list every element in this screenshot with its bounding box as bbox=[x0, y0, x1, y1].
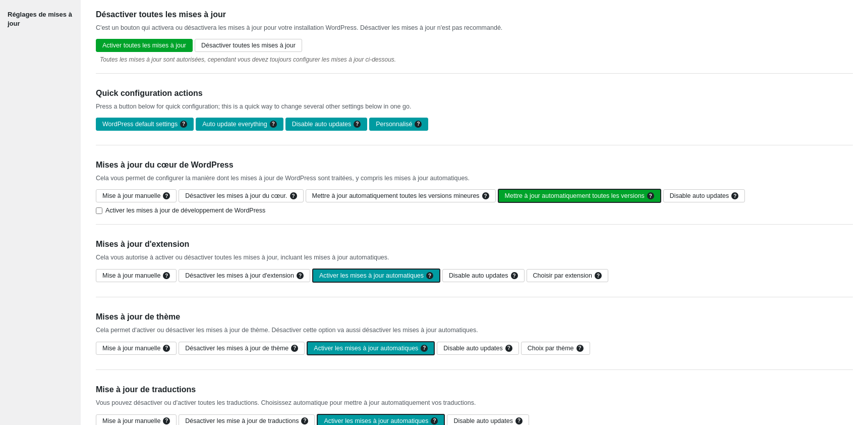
btn-label-translation-updates-0: Mise à jour manuelle bbox=[102, 417, 160, 424]
section-desc-disable-all: C'est un bouton qui activera ou désactiv… bbox=[96, 23, 853, 33]
btn-theme-updates-3[interactable]: Disable auto updates? bbox=[437, 342, 518, 355]
btn-disable-all-1[interactable]: Désactiver toutes les mises à jour bbox=[195, 39, 302, 52]
btn-label-theme-updates-3: Disable auto updates bbox=[443, 345, 502, 352]
btn-core-updates-4[interactable]: Disable auto updates? bbox=[663, 189, 745, 202]
btn-label-extension-updates-4: Choisir par extension bbox=[533, 272, 592, 279]
btn-translation-updates-1[interactable]: Désactiver les mise à jour de traduction… bbox=[179, 414, 315, 426]
info-icon-quick-config-1[interactable]: ? bbox=[270, 121, 277, 128]
checkbox-row-core-updates: Activer les mises à jour de développemen… bbox=[96, 207, 853, 214]
info-icon-core-updates-3[interactable]: ? bbox=[647, 192, 654, 199]
info-icon-core-updates-4[interactable]: ? bbox=[731, 192, 738, 199]
btn-label-disable-all-0: Activer toutes les mises à jour bbox=[102, 42, 186, 49]
btn-label-disable-all-1: Désactiver toutes les mises à jour bbox=[201, 42, 296, 49]
btn-label-core-updates-0: Mise à jour manuelle bbox=[102, 192, 160, 199]
info-icon-extension-updates-3[interactable]: ? bbox=[511, 272, 518, 279]
info-icon-extension-updates-1[interactable]: ? bbox=[297, 272, 304, 279]
btn-label-core-updates-1: Désactiver les mises à jour du cœur. bbox=[185, 192, 287, 199]
section-title-disable-all: Désactiver toutes les mises à jour bbox=[96, 10, 853, 19]
btn-label-quick-config-0: WordPress default settings bbox=[102, 121, 178, 128]
section-extension-updates: Mises à jour d'extensionCela vous autori… bbox=[96, 240, 853, 297]
info-icon-theme-updates-0[interactable]: ? bbox=[163, 345, 170, 352]
btn-core-updates-2[interactable]: Mettre à jour automatiquement toutes les… bbox=[306, 189, 496, 202]
info-icon-extension-updates-4[interactable]: ? bbox=[595, 272, 602, 279]
btn-label-theme-updates-2: Activer les mises à jour automatiques bbox=[314, 345, 418, 352]
btn-label-theme-updates-4: Choix par thème bbox=[528, 345, 574, 352]
info-icon-quick-config-2[interactable]: ? bbox=[354, 121, 361, 128]
info-icon-core-updates-0[interactable]: ? bbox=[163, 192, 170, 199]
btn-theme-updates-2[interactable]: Activer les mises à jour automatiques? bbox=[307, 341, 435, 355]
info-icon-theme-updates-3[interactable]: ? bbox=[505, 345, 512, 352]
info-icon-core-updates-1[interactable]: ? bbox=[290, 192, 297, 199]
btn-translation-updates-0[interactable]: Mise à jour manuelle? bbox=[96, 414, 177, 426]
btn-quick-config-2[interactable]: Disable auto updates? bbox=[285, 118, 367, 131]
btn-extension-updates-2[interactable]: Activer les mises à jour automatiques? bbox=[312, 269, 440, 283]
btn-extension-updates-0[interactable]: Mise à jour manuelle? bbox=[96, 269, 177, 282]
btn-label-extension-updates-1: Désactiver les mises à jour d'extension bbox=[185, 272, 294, 279]
section-title-quick-config: Quick configuration actions bbox=[96, 89, 853, 98]
section-note-disable-all: Toutes les mises à jour sont autorisées,… bbox=[100, 56, 396, 63]
btn-group-theme-updates: Mise à jour manuelle?Désactiver les mise… bbox=[96, 341, 853, 355]
btn-quick-config-0[interactable]: WordPress default settings? bbox=[96, 118, 194, 131]
section-desc-theme-updates: Cela permet d'activer ou désactiver les … bbox=[96, 326, 853, 335]
btn-theme-updates-1[interactable]: Désactiver les mises à jour de thème? bbox=[179, 342, 305, 355]
btn-extension-updates-1[interactable]: Désactiver les mises à jour d'extension? bbox=[179, 269, 310, 282]
btn-label-translation-updates-3: Disable auto updates bbox=[453, 417, 512, 424]
btn-group-quick-config: WordPress default settings?Auto update e… bbox=[96, 118, 853, 131]
section-quick-config: Quick configuration actionsPress a butto… bbox=[96, 89, 853, 145]
section-title-core-updates: Mises à jour du cœur de WordPress bbox=[96, 161, 853, 170]
btn-label-theme-updates-1: Désactiver les mises à jour de thème bbox=[185, 345, 288, 352]
btn-label-extension-updates-3: Disable auto updates bbox=[449, 272, 508, 279]
btn-group-core-updates: Mise à jour manuelle?Désactiver les mise… bbox=[96, 189, 853, 203]
btn-core-updates-3[interactable]: Mettre à jour automatiquement toutes les… bbox=[498, 189, 661, 203]
btn-label-quick-config-3: Personnalisé bbox=[376, 121, 412, 128]
btn-translation-updates-2[interactable]: Activer les mises à jour automatiques? bbox=[317, 414, 445, 426]
btn-quick-config-3[interactable]: Personnalisé? bbox=[369, 118, 428, 131]
info-icon-translation-updates-1[interactable]: ? bbox=[301, 417, 308, 424]
btn-label-translation-updates-1: Désactiver les mise à jour de traduction… bbox=[185, 417, 299, 424]
info-icon-quick-config-3[interactable]: ? bbox=[415, 121, 422, 128]
btn-label-theme-updates-0: Mise à jour manuelle bbox=[102, 345, 160, 352]
btn-theme-updates-4[interactable]: Choix par thème? bbox=[521, 342, 590, 355]
btn-extension-updates-4[interactable]: Choisir par extension? bbox=[527, 269, 608, 282]
section-title-translation-updates: Mise à jour de traductions bbox=[96, 385, 853, 394]
btn-core-updates-1[interactable]: Désactiver les mises à jour du cœur.? bbox=[179, 189, 303, 202]
btn-label-quick-config-1: Auto update everything bbox=[202, 121, 267, 128]
btn-quick-config-1[interactable]: Auto update everything? bbox=[196, 118, 283, 131]
section-core-updates: Mises à jour du cœur de WordPressCela vo… bbox=[96, 161, 853, 225]
section-theme-updates: Mises à jour de thèmeCela permet d'activ… bbox=[96, 312, 853, 370]
btn-group-extension-updates: Mise à jour manuelle?Désactiver les mise… bbox=[96, 269, 853, 283]
info-icon-extension-updates-2[interactable]: ? bbox=[426, 272, 433, 279]
btn-translation-updates-3[interactable]: Disable auto updates? bbox=[447, 414, 529, 426]
info-icon-quick-config-0[interactable]: ? bbox=[180, 121, 187, 128]
section-desc-core-updates: Cela vous permet de configurer la manièr… bbox=[96, 174, 853, 183]
info-icon-extension-updates-0[interactable]: ? bbox=[163, 272, 170, 279]
btn-label-quick-config-2: Disable auto updates bbox=[292, 121, 351, 128]
section-translation-updates: Mise à jour de traductionsVous pouvez dé… bbox=[96, 385, 853, 425]
checkbox-core-updates[interactable] bbox=[96, 207, 102, 214]
info-icon-theme-updates-2[interactable]: ? bbox=[421, 345, 428, 352]
section-desc-translation-updates: Vous pouvez désactiver ou d'activer tout… bbox=[96, 398, 853, 408]
btn-group-translation-updates: Mise à jour manuelle?Désactiver les mise… bbox=[96, 414, 853, 426]
btn-core-updates-0[interactable]: Mise à jour manuelle? bbox=[96, 189, 177, 202]
section-title-extension-updates: Mises à jour d'extension bbox=[96, 240, 853, 249]
btn-label-core-updates-3: Mettre à jour automatiquement toutes les… bbox=[505, 192, 645, 199]
btn-disable-all-0[interactable]: Activer toutes les mises à jour bbox=[96, 39, 193, 52]
checkbox-label-core-updates[interactable]: Activer les mises à jour de développemen… bbox=[105, 207, 265, 214]
info-icon-translation-updates-2[interactable]: ? bbox=[431, 417, 438, 424]
sidebar: Réglages de mises à jour bbox=[0, 0, 81, 425]
main-content: Désactiver toutes les mises à jourC'est … bbox=[81, 0, 868, 425]
btn-theme-updates-0[interactable]: Mise à jour manuelle? bbox=[96, 342, 177, 355]
section-desc-quick-config: Press a button below for quick configura… bbox=[96, 102, 853, 112]
info-icon-theme-updates-1[interactable]: ? bbox=[291, 345, 298, 352]
section-desc-extension-updates: Cela vous autorise à activer ou désactiv… bbox=[96, 253, 853, 262]
btn-label-core-updates-2: Mettre à jour automatiquement toutes les… bbox=[312, 192, 480, 199]
btn-extension-updates-3[interactable]: Disable auto updates? bbox=[442, 269, 524, 282]
info-icon-translation-updates-0[interactable]: ? bbox=[163, 417, 170, 424]
section-title-theme-updates: Mises à jour de thème bbox=[96, 312, 853, 322]
btn-label-translation-updates-2: Activer les mises à jour automatiques bbox=[324, 417, 428, 424]
info-icon-theme-updates-4[interactable]: ? bbox=[576, 345, 584, 352]
info-icon-translation-updates-3[interactable]: ? bbox=[515, 417, 523, 424]
btn-label-extension-updates-0: Mise à jour manuelle bbox=[102, 272, 160, 279]
btn-label-core-updates-4: Disable auto updates bbox=[670, 192, 729, 199]
info-icon-core-updates-2[interactable]: ? bbox=[482, 192, 489, 199]
